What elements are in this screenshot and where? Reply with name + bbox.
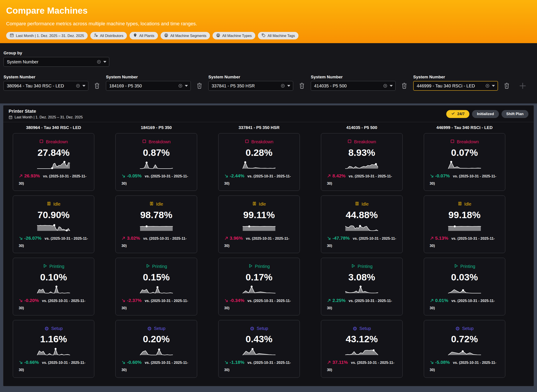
filter-chip-all-machine-types[interactable]: All Machine Types — [212, 32, 255, 39]
clear-icon[interactable] — [178, 84, 183, 88]
add-machine-button[interactable] — [519, 82, 527, 90]
selector-label: System Number — [4, 75, 88, 79]
filter-chip-all-machine-segments[interactable]: All Machine Segments — [160, 32, 210, 39]
metric-card-setup-5: ⚙Setup0.72%-5.08%vs. (2025-10-31 - 2025-… — [424, 320, 505, 378]
pause-icon — [458, 201, 462, 207]
metric-card-breakdown-4: Breakdown8.93%8.42%vs. (2025-10-31 - 202… — [321, 133, 402, 191]
arrow-down-icon — [19, 299, 23, 303]
toggle-24-7[interactable]: 24/7 — [446, 110, 469, 118]
chevron-down-icon[interactable] — [287, 85, 290, 87]
metric-delta-row: 26.93%vs. (2025-10-31 - 2025-11-30) — [19, 172, 88, 187]
square-outline-icon — [142, 139, 146, 145]
metric-label: Setup — [359, 326, 371, 331]
remove-machine-button[interactable] — [299, 83, 305, 89]
trash-icon — [504, 83, 510, 89]
metric-value: 0.87% — [121, 147, 191, 158]
gear-icon: ⚙ — [455, 327, 460, 331]
gear-icon: ⚙ — [44, 327, 49, 331]
arrow-down-icon — [121, 360, 126, 364]
metric-label: Printing — [255, 264, 270, 269]
arrow-down-icon — [327, 236, 331, 240]
panel-header: Printer State Last Month | 1. Dez. 2025 … — [3, 105, 534, 122]
arrow-down-icon — [121, 299, 126, 303]
metric-value: 43.12% — [327, 334, 396, 345]
page-header: Compare Machines Compare performance met… — [0, 0, 537, 43]
metric-value: 0.03% — [430, 272, 499, 283]
metric-value: 0.28% — [224, 147, 294, 158]
chevron-down-icon[interactable] — [103, 61, 106, 63]
metric-value: 3.08% — [327, 272, 396, 283]
toggle-initialized[interactable]: Initialized — [472, 110, 499, 118]
chevron-down-icon[interactable] — [185, 85, 188, 87]
sparkline-chart — [243, 223, 276, 231]
selector-label: System Number — [208, 75, 293, 79]
toggle-shift-plan[interactable]: Shift Plan — [502, 110, 528, 118]
delta-value: -0.05% — [127, 173, 142, 178]
chevron-down-icon[interactable] — [492, 85, 495, 87]
calendar-icon — [9, 115, 13, 119]
clear-icon[interactable] — [281, 84, 285, 88]
check-icon — [451, 111, 455, 117]
metric-delta-row: -5.08%vs. (2025-10-31 - 2025-11-30) — [430, 359, 499, 373]
delta-value: -5.08% — [435, 360, 450, 365]
filter-chip-last-month-1-dez-2025-31-dez-2025[interactable]: Last Month | 1. Dez. 2025 – 31. Dez. 202… — [6, 32, 88, 39]
arrow-up-icon — [430, 236, 434, 240]
delta-value: -0.60% — [127, 360, 142, 365]
machine-select-2[interactable]: 184169 - P5 350 — [106, 81, 191, 91]
clear-icon[interactable] — [76, 84, 80, 88]
machine-select-5[interactable]: 446999 - Tau 340 RSCi - LED — [413, 81, 498, 91]
printer-state-panel: Printer State Last Month | 1. Dez. 2025 … — [3, 105, 534, 386]
machine-select-3[interactable]: 337841 - P5 350 HSR — [208, 81, 293, 91]
metric-card-idle-4: Idle44.88%-47.78%vs. (2025-10-31 - 2025-… — [321, 196, 402, 253]
metric-delta-row: 3.96%vs. (2025-10-31 - 2025-11-30) — [224, 235, 294, 249]
sparkline-chart — [140, 285, 173, 294]
group-by-select[interactable]: System Number — [4, 57, 109, 67]
metric-delta-row: -0.60%vs. (2025-10-31 - 2025-11-30) — [121, 359, 191, 373]
metric-value: 99.11% — [224, 210, 294, 220]
filter-chip-all-machine-tags[interactable]: All Machine Tags — [258, 32, 298, 39]
delta-value: 2.25% — [332, 298, 346, 303]
metric-label: Printing — [49, 264, 64, 269]
sparkline-chart — [37, 285, 70, 294]
sparkline-chart — [140, 160, 173, 169]
metric-delta-row: 8.42%vs. (2025-10-31 - 2025-11-30) — [327, 172, 396, 187]
chevron-down-icon[interactable] — [390, 85, 393, 87]
machine-select-4[interactable]: 414035 - P5 500 — [311, 81, 396, 91]
clear-icon[interactable] — [485, 84, 490, 88]
column-header: 184169 - P5 350 — [115, 125, 197, 130]
remove-machine-button[interactable] — [197, 83, 203, 89]
arrow-down-icon — [224, 360, 228, 364]
filter-chip-all-distributors[interactable]: All Distributors — [90, 32, 127, 39]
cards-grid: Breakdown27.84%26.93%vs. (2025-10-31 - 2… — [3, 130, 534, 380]
clear-icon[interactable] — [97, 60, 101, 64]
machine-select-1[interactable]: 380964 - Tau 340 RSC - LED — [4, 81, 88, 91]
metric-label: Idle — [464, 202, 471, 207]
pause-icon — [355, 201, 359, 207]
arrow-up-icon — [224, 236, 228, 240]
clear-icon[interactable] — [383, 84, 387, 88]
filter-chip-row: Last Month | 1. Dez. 2025 – 31. Dez. 202… — [6, 32, 531, 39]
metric-label: Breakdown — [251, 139, 273, 144]
gear-icon: ⚙ — [147, 327, 152, 331]
sparkline-chart — [345, 347, 378, 355]
remove-machine-button[interactable] — [94, 83, 100, 89]
panel-title: Printer State — [9, 108, 83, 114]
metric-delta-row: 3.02%vs. (2025-10-31 - 2025-11-30) — [121, 235, 191, 249]
trash-icon — [299, 83, 305, 89]
filter-chip-all-plants[interactable]: All Plants — [130, 32, 158, 39]
panel-toggle-group: 24/7InitializedShift Plan — [446, 110, 528, 118]
metric-delta-row: 37.11%vs. (2025-10-31 - 2025-11-30) — [327, 359, 396, 373]
chevron-down-icon[interactable] — [82, 85, 85, 87]
sparkline-chart — [448, 285, 481, 294]
sparkline-chart — [140, 347, 173, 355]
panel-frame: Printer State Last Month | 1. Dez. 2025 … — [0, 103, 537, 392]
sparkline-chart — [243, 285, 276, 294]
remove-machine-button[interactable] — [401, 83, 407, 89]
sparkline-chart — [37, 160, 70, 169]
delta-value: -1.18% — [230, 360, 245, 365]
group-by-value: System Number — [7, 59, 97, 65]
remove-machine-button[interactable] — [504, 83, 510, 89]
square-outline-icon — [245, 139, 249, 145]
metric-value: 44.88% — [327, 210, 396, 220]
trash-icon — [197, 83, 203, 89]
